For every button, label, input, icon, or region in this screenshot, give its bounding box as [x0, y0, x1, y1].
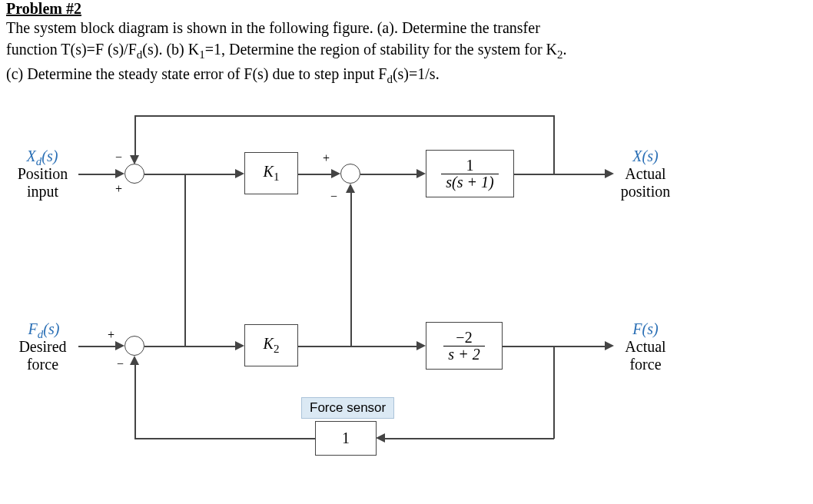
fd-var: F — [28, 320, 38, 337]
line-sj3-k2 — [144, 346, 237, 347]
block-force-sensor: 1 — [315, 421, 377, 456]
arrow-in1 — [115, 169, 124, 178]
line-in1 — [78, 174, 117, 175]
arrow-plant-in — [416, 169, 426, 178]
af2: force — [629, 356, 661, 373]
fb-force-h1 — [384, 438, 554, 439]
problem-heading: Problem #2 — [6, 0, 81, 18]
line-k1-sj2 — [298, 174, 333, 175]
tl2c: =1, Determine the region of stability fo… — [205, 41, 557, 58]
tl2d: . — [563, 41, 567, 58]
line-sj1-k1 — [144, 174, 237, 175]
tl2a: function T(s)=F (s)/F — [6, 41, 137, 58]
arrow-sj2-bottom — [346, 184, 355, 193]
label-Fs: F(s) — [611, 320, 680, 338]
fd-rest: (s) — [43, 320, 59, 337]
df2: force — [27, 356, 58, 373]
fb-force-arrow — [130, 356, 139, 365]
arrow-k1-in — [235, 169, 244, 178]
pi1: Position — [18, 165, 68, 182]
k2s: 2 — [274, 343, 280, 355]
k1v: K — [264, 163, 274, 180]
sign-sj3-minus: − — [117, 358, 124, 370]
line-plant-out — [514, 174, 606, 175]
tl2s2: 1 — [199, 48, 205, 61]
k1s: 1 — [274, 171, 280, 183]
arrow-sensor-in — [376, 433, 385, 443]
xs-var: X(s) — [632, 148, 658, 164]
ftf-num: −2 — [443, 330, 484, 346]
line-sj2-plant — [360, 174, 418, 175]
fb-outer-v1 — [553, 115, 555, 174]
sign-sj2-minus: − — [330, 191, 337, 203]
text-line-2: function T(s)=F (s)/Fd(s). (b) K1=1, Det… — [6, 41, 567, 58]
arrow-forcetf-in — [416, 341, 426, 350]
label-actual-force: Actual force — [607, 338, 684, 373]
problem-text: The system block diagram is shown in the… — [6, 17, 775, 88]
sign-sj1-minus: − — [115, 151, 122, 164]
fb-force-v1 — [553, 346, 555, 439]
k2v: K — [264, 335, 274, 352]
block-plant: 1 s(s + 1) — [426, 150, 514, 197]
sensor-val: 1 — [342, 429, 350, 447]
pi2: input — [27, 183, 58, 200]
summing-junction-1 — [124, 164, 144, 184]
sign-sj2-plus: + — [323, 152, 330, 164]
fb-force-h2 — [134, 438, 315, 439]
tl3s: d — [387, 73, 393, 85]
fs-var: F(s) — [632, 320, 658, 337]
tl3b: (s)=1/s. — [393, 65, 440, 82]
tl2s3: 2 — [557, 48, 563, 61]
fb-outer-v2 — [134, 115, 136, 157]
fb-force-v2 — [134, 364, 136, 439]
xd-rest: (s) — [41, 148, 58, 164]
label-Xs: X(s) — [611, 148, 680, 165]
block-diagram: Xd(s) Position input − + K1 + − 1 s(s + … — [0, 85, 813, 499]
line-k2-to-sj2 — [350, 192, 352, 346]
sign-sj1-plus: + — [115, 183, 122, 195]
tl2b: (s). (b) K — [142, 41, 199, 58]
block-force-tf: −2 s + 2 — [426, 322, 503, 370]
line-forcetf-out — [503, 346, 606, 347]
ap2: position — [621, 183, 670, 200]
ftf-den: s + 2 — [443, 346, 484, 363]
plant-num: 1 — [441, 158, 498, 174]
block-K1: K1 — [244, 152, 298, 194]
block-K2: K2 — [244, 324, 298, 366]
sign-sj3-plus: + — [108, 329, 114, 341]
ap1: Actual — [625, 165, 665, 182]
fb-outer-arrow — [130, 155, 139, 164]
df1: Desired — [18, 338, 66, 355]
xd-var: X — [27, 148, 36, 164]
summing-junction-2 — [340, 164, 360, 184]
summing-junction-3 — [124, 336, 144, 356]
label-force-sensor: Force sensor — [301, 397, 394, 419]
label-pos-input: Position input — [6, 165, 79, 201]
label-actual-pos: Actual position — [607, 165, 684, 201]
fb-outer-h — [134, 115, 554, 117]
line-in2 — [78, 346, 117, 347]
text-line-3: (c) Determine the steady state error of … — [6, 65, 440, 82]
line-k2-out — [298, 346, 352, 347]
arrow-sj2-in — [331, 169, 340, 178]
arrow-k2-in — [235, 341, 244, 350]
text-line-1: The system block diagram is shown in the… — [6, 19, 540, 36]
arrow-in2 — [115, 341, 124, 350]
line-to-forcetf — [350, 346, 418, 347]
inner-link-vertical — [184, 174, 186, 346]
tl3a: (c) Determine the steady state error of … — [6, 65, 387, 82]
plant-den: s(s + 1) — [441, 174, 498, 191]
af1: Actual — [625, 338, 665, 355]
label-desired-force: Desired force — [6, 338, 79, 373]
